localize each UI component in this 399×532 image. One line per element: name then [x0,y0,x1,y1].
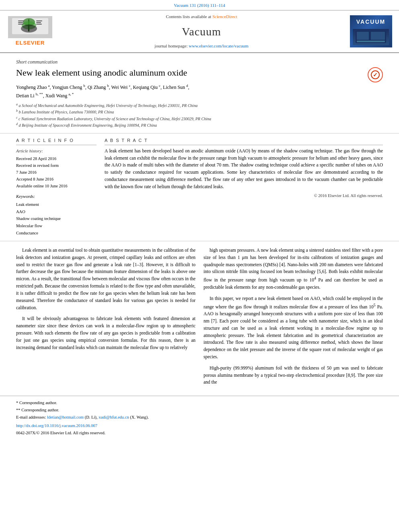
svg-text:✓: ✓ [373,72,378,78]
keyword-1: Leak element [16,201,97,208]
footnotes-section: * Corresponding author. ** Corresponding… [0,396,399,438]
history-label: Article history: [16,148,97,155]
keywords-label: Keywords: [16,193,97,199]
svg-rect-8 [36,21,42,21]
received-date: Received 28 April 2016 [16,156,97,162]
body-para-4: In this paper, we report a new leak elem… [204,295,383,361]
svg-rect-10 [36,24,42,25]
contents-line: Contents lists available at ScienceDirec… [166,14,237,20]
homepage-url[interactable]: www.elsevier.com/locate/vacuum [189,43,248,48]
info-abstract-section: A R T I C L E I N F O Article history: R… [0,134,399,241]
svg-rect-13 [371,32,385,40]
body-col-right: high upstream pressures. A new leak elem… [204,247,383,390]
abstract-text: A leak element has been developed based … [105,148,383,191]
article-history: Article history: Received 28 April 2016 … [16,148,97,190]
svg-rect-14 [357,41,385,42]
journal-cover-area: VACUUM [347,14,395,49]
abstract-heading: A B S T R A C T [105,138,383,145]
article-info-heading: A R T I C L E I N F O [16,138,97,145]
sciencedirect-link[interactable]: ScienceDirect [212,14,237,19]
svg-rect-9 [36,22,41,23]
copyright-line: © 2016 Elsevier Ltd. All rights reserved… [105,193,383,199]
body-para-1: Leak element is an essential tool to obt… [16,247,195,311]
received-revised-label: Received in revised form [16,162,97,169]
authors-line: Yongheng Zhao a, Yongjun Cheng b, Qi Zha… [16,83,383,100]
title-row: New leak element using anodic aluminum o… [16,67,383,83]
citation-bar: Vacuum 131 (2016) 111–114 [0,0,399,10]
elsevier-image [8,16,52,38]
body-col-left: Leak element is an essential tool to obt… [16,247,195,390]
body-para-2: It will be obviously advantageous to fab… [16,315,195,351]
affiliations: a a School of Mechanical and Automobile … [16,102,383,128]
keyword-3: Shadow coating technique [16,215,97,222]
article-header: Short communication New leak element usi… [0,53,399,134]
affiliation-b: b b Lanzhou Institute of Physics, Lanzho… [16,109,383,115]
journal-cover: VACUUM [350,15,392,47]
journal-header: ELSEVIER Contents lists available at Sci… [0,10,399,53]
body-para-5: High-purity (99.999%) aluminum foil with… [204,365,383,386]
abstract-col: A B S T R A C T A leak element has been … [105,138,383,237]
footnote-star: * Corresponding author. [16,399,383,407]
svg-rect-12 [357,32,369,40]
homepage-line: journal homepage: www.elsevier.com/locat… [154,43,248,49]
issn-line: 0042-207X/© 2016 Elsevier Ltd. All right… [16,429,383,437]
email-line: E-mail addresses: ldetian@hotmail.com (D… [16,414,383,421]
doi-line[interactable]: http://dx.doi.org/10.1016/j.vacuum.2016.… [16,422,383,429]
journal-title: Vacuum [182,24,221,39]
article-type: Short communication [16,59,383,66]
accepted-date: Accepted 8 June 2016 [16,176,97,183]
footnote-doublestar: ** Corresponding author. [16,407,383,414]
elsevier-logo-area: ELSEVIER [4,14,56,49]
page: Vacuum 131 (2016) 111–114 [0,0,399,532]
keyword-2: AAO [16,208,97,216]
crossmark-badge: ✓ [368,67,383,82]
elsevier-label: ELSEVIER [16,39,45,47]
main-body: Leak element is an essential tool to obt… [0,241,399,396]
keyword-4: Molecular flow [16,222,97,230]
svg-point-4 [21,25,37,33]
article-title: New leak element using anodic aluminum o… [16,67,364,79]
cover-detail [353,28,389,45]
email2-link[interactable]: xudi@hfut.edu.cn [99,415,129,419]
affiliation-a: a a School of Mechanical and Automobile … [16,102,383,109]
journal-info-center: Contents lists available at ScienceDirec… [60,14,343,49]
svg-rect-6 [18,22,23,23]
article-info-col: A R T I C L E I N F O Article history: R… [16,138,97,237]
received-revised-date: 7 June 2016 [16,169,97,176]
keywords-section: Keywords: Leak element AAO Shadow coatin… [16,193,97,237]
citation-text: Vacuum 131 (2016) 111–114 [174,3,225,8]
svg-rect-7 [18,24,24,25]
affiliation-d: d d Beijing Institute of Spacecraft Envi… [16,122,383,128]
email1-link[interactable]: ldetian@hotmail.com [47,415,84,419]
keyword-5: Conductance [16,230,97,237]
available-date: Available online 10 June 2016 [16,183,97,190]
affiliation-c: c c National Synchrotron Radiation Labor… [16,115,383,122]
body-para-3: high upstream pressures. A new leak elem… [204,247,383,291]
svg-rect-5 [18,21,24,21]
